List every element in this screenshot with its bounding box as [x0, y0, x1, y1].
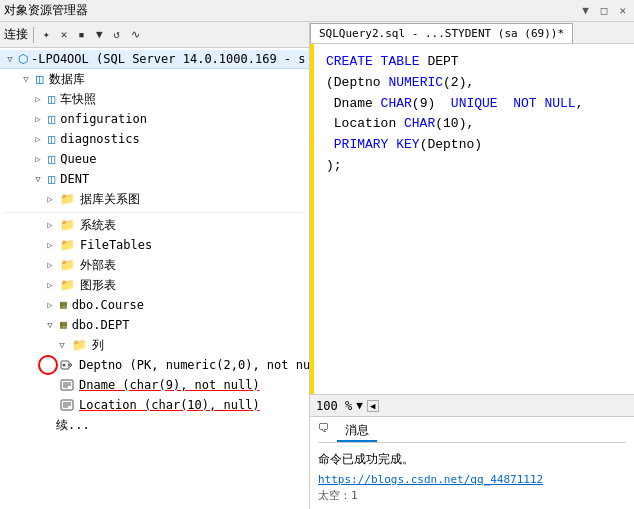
- more-label: 续...: [56, 416, 90, 434]
- deptno-key-icon: [60, 358, 74, 372]
- filter-btn[interactable]: ▼: [92, 26, 107, 43]
- graphtables-icon: 📁: [60, 276, 75, 294]
- queue-icon: ◫: [48, 150, 55, 168]
- databases-node[interactable]: ▽ ◫ 数据库: [0, 69, 309, 89]
- configuration-label: onfiguration: [60, 110, 147, 128]
- tree-area[interactable]: ▽ ⬡ -LPO4OOL (SQL Server 14.0.1000.169 -…: [0, 48, 309, 509]
- sql-with-bar: CREATE TABLE DEPT (Deptno NUMERIC(2), Dn…: [310, 44, 634, 394]
- configuration-icon: ◫: [48, 110, 55, 128]
- dbdiagram-label: 据库关系图: [80, 190, 140, 208]
- graphtables-label: 图形表: [80, 276, 116, 294]
- dent-icon: ◫: [48, 170, 55, 188]
- sql-editor-area: CREATE TABLE DEPT (Deptno NUMERIC(2), Dn…: [310, 44, 634, 394]
- sql-content[interactable]: CREATE TABLE DEPT (Deptno NUMERIC(2), Dn…: [314, 44, 634, 394]
- title-text: 对象资源管理器: [4, 2, 578, 19]
- results-pane: 🗨 消息 命令已成功完成。 https://blogs.csdn.net/qq_…: [310, 417, 634, 509]
- undock-button[interactable]: □: [597, 4, 612, 17]
- summary-btn[interactable]: ∿: [127, 26, 144, 43]
- systables-label: 系统表: [80, 216, 116, 234]
- new-query-btn[interactable]: ✦: [39, 26, 54, 43]
- course-label: dbo.Course: [72, 296, 144, 314]
- results-icon: 🗨: [318, 421, 330, 442]
- right-panel: SQLQuery2.sql - ...STYDENT (sa (69))* CR…: [310, 22, 634, 509]
- sql-line-6: );: [326, 156, 622, 177]
- cols-expand: ▽: [56, 339, 68, 351]
- exttables-node[interactable]: ▷ 📁 外部表: [0, 255, 309, 275]
- diagnostics-expand: ▷: [32, 133, 44, 145]
- course-node[interactable]: ▷ ▦ dbo.Course: [0, 295, 309, 315]
- systables-icon: 📁: [60, 216, 75, 234]
- scroll-left-btn[interactable]: ◀: [367, 400, 379, 412]
- pin-button[interactable]: ▼: [578, 4, 593, 17]
- zoom-dropdown-icon[interactable]: ▼: [356, 399, 363, 412]
- right-tab-bar: SQLQuery2.sql - ...STYDENT (sa (69))*: [310, 22, 634, 44]
- dent-node[interactable]: ▽ ◫ DENT: [0, 169, 309, 189]
- course-icon: ▦: [60, 296, 67, 314]
- queue-node[interactable]: ▷ ◫ Queue: [0, 149, 309, 169]
- sql-line-2: (Deptno NUMERIC(2),: [326, 73, 622, 94]
- title-bar: 对象资源管理器 ▼ □ ✕: [0, 0, 634, 22]
- filetables-node[interactable]: ▷ 📁 FileTables: [0, 235, 309, 255]
- disconnect-btn[interactable]: ✕: [57, 26, 72, 43]
- cols-folder-node[interactable]: ▽ 📁 列: [0, 335, 309, 355]
- dent-label: DENT: [60, 170, 89, 188]
- systables-expand: ▷: [44, 219, 56, 231]
- success-message: 命令已成功完成。: [318, 451, 626, 468]
- filetables-expand: ▷: [44, 239, 56, 251]
- carphoto-node[interactable]: ▷ ◫ 车快照: [0, 89, 309, 109]
- server-label: -LPO4OOL (SQL Server 14.0.1000.169 - s: [31, 52, 306, 66]
- server-icon: ⬡: [18, 52, 28, 66]
- extra-info-text: 太空：1: [318, 489, 358, 502]
- dname-col-node[interactable]: Dname (char(9), not null): [0, 375, 309, 395]
- deptno-col-node[interactable]: Deptno (PK, numeric(2,0), not null: [0, 355, 309, 375]
- configuration-expand: ▷: [32, 113, 44, 125]
- csdn-link[interactable]: https://blogs.csdn.net/qq_44871112: [318, 473, 543, 486]
- close-button[interactable]: ✕: [615, 4, 630, 17]
- location-col-node[interactable]: Location (char(10), null): [0, 395, 309, 415]
- location-col-icon: [60, 398, 74, 412]
- diagnostics-label: diagnostics: [60, 130, 139, 148]
- dbdiagram-expand: ▷: [44, 193, 56, 205]
- dept-expand: ▽: [44, 319, 56, 331]
- carphoto-expand: ▷: [32, 93, 44, 105]
- graphtables-node[interactable]: ▷ 📁 图形表: [0, 275, 309, 295]
- pause-btn[interactable]: ▪: [74, 26, 89, 43]
- left-panel: 连接 ✦ ✕ ▪ ▼ ↺ ∿ ▽ ⬡ -LPO4OOL (SQL Server …: [0, 22, 310, 509]
- svg-point-1: [63, 364, 66, 367]
- deptno-col-label: Deptno (PK, numeric(2,0), not null: [79, 356, 309, 374]
- title-controls: ▼ □ ✕: [578, 4, 630, 17]
- configuration-node[interactable]: ▷ ◫ onfiguration: [0, 109, 309, 129]
- zoom-label: 100 %: [316, 399, 352, 413]
- results-content: 命令已成功完成。 https://blogs.csdn.net/qq_44871…: [318, 449, 626, 505]
- carphoto-icon: ◫: [48, 90, 55, 108]
- tree-separator: [4, 209, 305, 213]
- databases-icon: ◫: [36, 70, 44, 88]
- connect-label[interactable]: 连接: [4, 26, 28, 43]
- dbdiagram-icon: 📁: [60, 190, 75, 208]
- dname-col-label: Dname (char(9), not null): [79, 376, 260, 394]
- sql-tab-label: SQLQuery2.sql - ...STYDENT (sa (69))*: [319, 27, 564, 40]
- exttables-label: 外部表: [80, 256, 116, 274]
- cols-label: 列: [92, 336, 104, 354]
- queue-expand: ▷: [32, 153, 44, 165]
- left-toolbar: 连接 ✦ ✕ ▪ ▼ ↺ ∿: [0, 22, 309, 48]
- diagnostics-icon: ◫: [48, 130, 55, 148]
- messages-tab[interactable]: 消息: [337, 421, 377, 442]
- refresh-btn[interactable]: ↺: [110, 26, 125, 43]
- sql-tab[interactable]: SQLQuery2.sql - ...STYDENT (sa (69))*: [310, 23, 573, 43]
- dept-icon: ▦: [60, 316, 67, 334]
- zoom-bar: 100 % ▼ ◀: [310, 395, 634, 417]
- server-node[interactable]: ▽ ⬡ -LPO4OOL (SQL Server 14.0.1000.169 -…: [0, 50, 309, 69]
- dbdiagram-node[interactable]: ▷ 📁 据库关系图: [0, 189, 309, 209]
- main-layout: 连接 ✦ ✕ ▪ ▼ ↺ ∿ ▽ ⬡ -LPO4OOL (SQL Server …: [0, 22, 634, 509]
- dname-col-icon: [60, 378, 74, 392]
- systables-node[interactable]: ▷ 📁 系统表: [0, 215, 309, 235]
- dept-label: dbo.DEPT: [72, 316, 130, 334]
- more-node[interactable]: 续...: [0, 415, 309, 435]
- dept-node[interactable]: ▽ ▦ dbo.DEPT: [0, 315, 309, 335]
- toolbar-separator: [33, 27, 34, 43]
- filetables-icon: 📁: [60, 236, 75, 254]
- graphtables-expand: ▷: [44, 279, 56, 291]
- diagnostics-node[interactable]: ▷ ◫ diagnostics: [0, 129, 309, 149]
- sql-line-3: Dname CHAR(9) UNIQUE NOT NULL,: [326, 94, 622, 115]
